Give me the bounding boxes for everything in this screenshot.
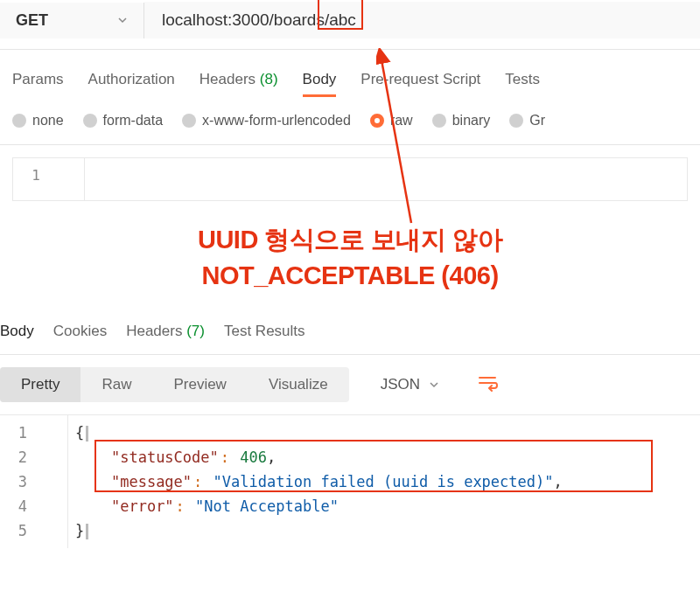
view-pretty[interactable]: Pretty: [0, 367, 80, 402]
method-select[interactable]: GET: [0, 3, 144, 38]
request-body-editor[interactable]: 1: [12, 157, 688, 201]
resp-tab-results[interactable]: Test Results: [224, 323, 305, 345]
json-line: {: [75, 421, 693, 445]
json-line: }: [75, 518, 693, 543]
radio-binary[interactable]: binary: [432, 113, 491, 129]
radio-circle-checked: [370, 114, 384, 128]
tab-prerequest[interactable]: Pre-request Script: [360, 71, 480, 95]
radio-graphql[interactable]: Gr: [509, 113, 545, 129]
radio-none[interactable]: none: [12, 113, 64, 129]
response-tabs: Body Cookies Headers (7) Test Results: [0, 310, 700, 355]
response-toolbar: Pretty Raw Preview Visualize JSON: [0, 355, 700, 414]
editor-gutter: 1: [13, 158, 85, 200]
editor-content[interactable]: [85, 158, 687, 200]
tab-headers[interactable]: Headers (8): [200, 71, 278, 95]
view-preview[interactable]: Preview: [152, 367, 247, 402]
radio-circle: [83, 114, 97, 128]
view-visualize[interactable]: Visualize: [248, 367, 349, 402]
resp-tab-cookies[interactable]: Cookies: [53, 323, 107, 345]
tab-body[interactable]: Body: [303, 71, 337, 95]
response-gutter: 1 2 3 4 5: [0, 415, 68, 548]
url-text: localhost:3000/boards/abc: [162, 10, 356, 29]
chevron-down-icon: [117, 15, 128, 25]
line-number: 4: [0, 494, 67, 518]
tab-params[interactable]: Params: [12, 71, 64, 95]
annotation-line1: UUID 형식으로 보내지 않아: [18, 222, 682, 258]
tab-authorization[interactable]: Authorization: [88, 71, 175, 95]
radio-circle: [432, 114, 446, 128]
line-number: 3: [0, 469, 67, 494]
method-label: GET: [16, 11, 48, 30]
tab-tests[interactable]: Tests: [505, 71, 540, 95]
radio-circle: [182, 114, 196, 128]
json-line: "error": "Not Acceptable": [75, 494, 693, 518]
response-body: 1 2 3 4 5 { "statusCode": 406, "message"…: [0, 414, 700, 548]
line-number: 2: [0, 445, 67, 469]
format-select[interactable]: JSON: [367, 367, 453, 402]
line-number: 5: [0, 518, 67, 543]
view-mode-buttons: Pretty Raw Preview Visualize: [0, 367, 349, 402]
radio-urlencoded[interactable]: x-www-form-urlencoded: [182, 113, 351, 129]
annotation-overlay: UUID 형식으로 보내지 않아 NOT_ACCEPTABLE (406): [0, 201, 700, 310]
body-type-row: none form-data x-www-form-urlencoded raw…: [0, 95, 700, 145]
chevron-down-icon: [429, 379, 439, 390]
radio-circle: [509, 114, 523, 128]
response-content[interactable]: { "statusCode": 406, "message": "Validat…: [68, 415, 700, 548]
line-number: 1: [13, 167, 84, 184]
resp-tab-body[interactable]: Body: [0, 323, 34, 345]
line-number: 1: [0, 421, 67, 445]
annotation-line2: NOT_ACCEPTABLE (406): [18, 258, 682, 294]
wrap-lines-icon[interactable]: [478, 374, 499, 395]
radio-circle: [12, 114, 26, 128]
json-line: "message": "Validation failed (uuid is e…: [75, 469, 693, 494]
url-input[interactable]: localhost:3000/boards/abc: [144, 2, 700, 38]
radio-form-data[interactable]: form-data: [83, 113, 163, 129]
radio-raw[interactable]: raw: [370, 113, 413, 129]
json-line: "statusCode": 406,: [75, 445, 693, 469]
method-url-bar: GET localhost:3000/boards/abc: [0, 0, 700, 50]
view-raw[interactable]: Raw: [80, 367, 152, 402]
request-tabs: Params Authorization Headers (8) Body Pr…: [0, 50, 700, 95]
resp-tab-headers[interactable]: Headers (7): [126, 323, 205, 345]
